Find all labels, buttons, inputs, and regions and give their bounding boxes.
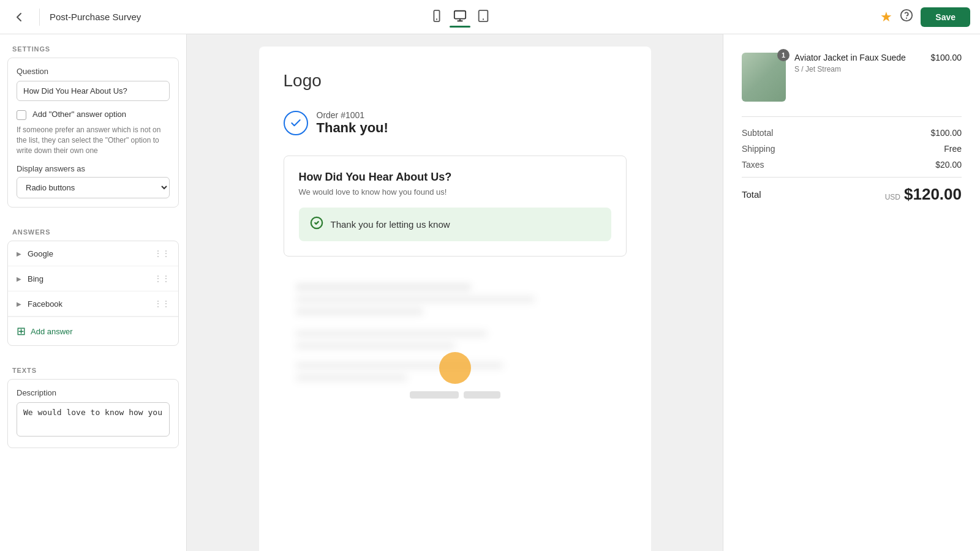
answer-item-google[interactable]: ▶ Google ⋮⋮ <box>8 241 178 266</box>
back-button[interactable] <box>10 7 29 27</box>
other-answer-row: Add "Other" answer option <box>17 110 170 120</box>
drag-handle-icon: ⋮⋮ <box>154 274 170 283</box>
total-label: Total <box>742 189 761 200</box>
page-title: Post-Purchase Survey <box>50 12 417 22</box>
drag-handle-icon: ⋮⋮ <box>154 249 170 258</box>
preview-content: Logo Order #1001 Thank you! How Did You … <box>259 47 651 551</box>
svg-rect-2 <box>454 10 466 18</box>
right-panel: 1 Aviator Jacket in Faux Suede S / Jet S… <box>723 34 980 551</box>
desktop-view-button[interactable] <box>450 7 470 28</box>
order-thank-you: Thank you! <box>317 120 388 136</box>
success-banner: Thank you for letting us know <box>299 208 611 241</box>
texts-card: Description We would love to know how yo… <box>7 379 179 448</box>
taxes-value: $20.00 <box>935 160 962 170</box>
answer-label: Facebook <box>28 299 154 309</box>
add-answer-label: Add answer <box>31 327 73 336</box>
blurred-content <box>284 271 627 479</box>
survey-box: How Did You Hear About Us? We would love… <box>284 156 627 257</box>
topbar-divider <box>39 9 40 26</box>
star-button[interactable]: ★ <box>880 9 892 25</box>
item-price: $100.00 <box>930 53 962 102</box>
survey-subtitle: We would love to know how you found us! <box>299 187 611 197</box>
help-button[interactable] <box>900 9 913 25</box>
success-check-icon <box>310 216 323 233</box>
main-layout: SETTINGS Question Add "Other" answer opt… <box>0 34 980 551</box>
display-select[interactable]: Radio buttons <box>17 177 170 198</box>
item-quantity-badge: 1 <box>777 49 790 61</box>
other-answer-desc: If someone prefer an answer which is not… <box>17 125 170 156</box>
answers-card: ▶ Google ⋮⋮ ▶ Bing ⋮⋮ ▶ Facebook ⋮⋮ ⊞ Ad… <box>7 241 179 346</box>
description-textarea[interactable]: We would love to know how you <box>17 402 170 437</box>
order-item: 1 Aviator Jacket in Faux Suede S / Jet S… <box>742 53 962 102</box>
subtotal-row: Subtotal $100.00 <box>742 128 962 138</box>
question-input[interactable] <box>17 81 170 101</box>
question-label: Question <box>17 67 170 76</box>
answer-item-facebook[interactable]: ▶ Facebook ⋮⋮ <box>8 291 178 317</box>
drag-handle-icon: ⋮⋮ <box>154 299 170 309</box>
add-answer-button[interactable]: ⊞ Add answer <box>8 317 178 345</box>
shipping-label: Shipping <box>742 144 775 154</box>
topbar-actions: ★ Save <box>880 7 970 27</box>
total-right: USD $120.00 <box>885 185 962 204</box>
answers-section-label: ANSWERS <box>0 217 186 241</box>
item-image-wrap: 1 <box>742 53 786 102</box>
chevron-right-icon: ▶ <box>17 301 21 307</box>
subtotal-label: Subtotal <box>742 128 773 138</box>
total-currency: USD <box>885 193 900 201</box>
success-message: Thank you for letting us know <box>331 219 450 230</box>
device-icons <box>426 7 494 28</box>
taxes-label: Taxes <box>742 160 764 170</box>
order-summary: Subtotal $100.00 Shipping Free Taxes $20… <box>742 116 962 204</box>
taxes-row: Taxes $20.00 <box>742 160 962 170</box>
display-label: Display answers as <box>17 164 170 173</box>
item-details: Aviator Jacket in Faux Suede S / Jet Str… <box>794 53 922 102</box>
chevron-right-icon: ▶ <box>17 250 21 257</box>
other-answer-label: Add "Other" answer option <box>32 110 126 119</box>
order-check-icon <box>284 111 308 135</box>
survey-title: How Did You Hear About Us? <box>299 171 611 184</box>
item-name: Aviator Jacket in Faux Suede <box>794 53 922 62</box>
other-answer-checkbox[interactable] <box>17 110 26 120</box>
settings-card: Question Add "Other" answer option If so… <box>7 58 179 208</box>
topbar: Post-Purchase Survey ★ <box>0 0 980 34</box>
total-row: Total USD $120.00 <box>742 185 962 204</box>
answer-label: Bing <box>28 274 154 283</box>
add-icon: ⊞ <box>17 324 26 338</box>
description-label: Description <box>17 388 170 397</box>
order-info: Order #1001 Thank you! <box>317 110 388 136</box>
preview-logo: Logo <box>284 71 627 91</box>
summary-divider <box>742 177 962 178</box>
total-amount: $120.00 <box>904 185 962 204</box>
order-header: Order #1001 Thank you! <box>284 110 627 136</box>
save-button[interactable]: Save <box>921 7 970 27</box>
shipping-row: Shipping Free <box>742 144 962 154</box>
answer-label: Google <box>28 249 154 258</box>
answer-item-bing[interactable]: ▶ Bing ⋮⋮ <box>8 266 178 291</box>
mobile-view-button[interactable] <box>426 7 447 28</box>
sidebar: SETTINGS Question Add "Other" answer opt… <box>0 34 187 551</box>
settings-section-label: SETTINGS <box>0 34 186 58</box>
subtotal-value: $100.00 <box>930 128 962 138</box>
preview-area: Logo Order #1001 Thank you! How Did You … <box>187 34 723 551</box>
chevron-right-icon: ▶ <box>17 276 21 282</box>
active-tab-indicator <box>450 26 470 28</box>
texts-section-label: TEXTS <box>0 356 186 379</box>
shipping-value: Free <box>944 144 962 154</box>
blur-overlay <box>284 271 627 479</box>
item-variant: S / Jet Stream <box>794 65 922 73</box>
tablet-view-button[interactable] <box>473 7 494 28</box>
order-number: Order #1001 <box>317 110 388 120</box>
